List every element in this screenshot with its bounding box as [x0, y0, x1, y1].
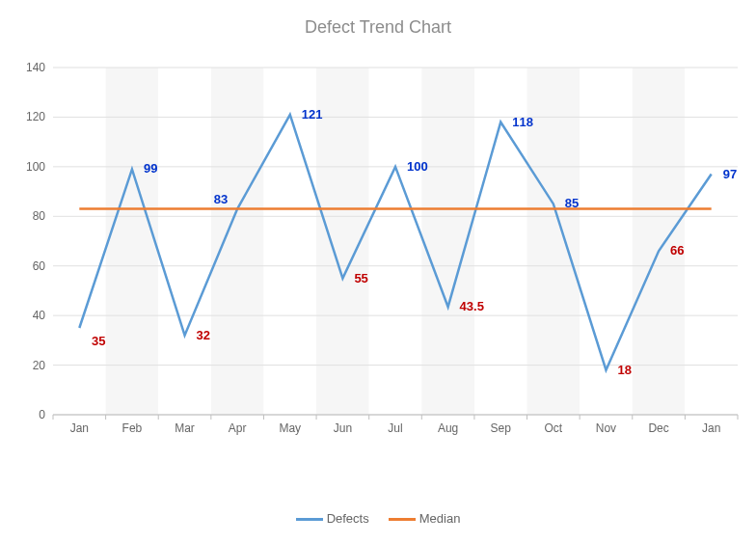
svg-text:40: 40 — [33, 309, 46, 322]
legend-item-defects: Defects — [296, 511, 369, 526]
chart-plot: 020406080100120140JanFebMarAprMayJunJulA… — [53, 58, 738, 444]
svg-text:80: 80 — [33, 209, 46, 223]
svg-text:Dec: Dec — [648, 421, 668, 435]
svg-text:Oct: Oct — [545, 421, 563, 435]
svg-text:43.5: 43.5 — [460, 299, 484, 313]
svg-text:Aug: Aug — [438, 421, 458, 435]
svg-rect-12 — [685, 68, 738, 415]
legend: Defects Median — [0, 511, 756, 526]
svg-text:Jan: Jan — [70, 421, 89, 435]
svg-text:99: 99 — [144, 161, 157, 176]
svg-rect-11 — [633, 68, 686, 415]
svg-rect-0 — [53, 68, 106, 415]
legend-swatch — [296, 518, 323, 521]
svg-text:60: 60 — [33, 259, 46, 273]
svg-rect-9 — [527, 68, 580, 415]
svg-text:0: 0 — [39, 408, 45, 421]
legend-item-median: Median — [389, 511, 461, 526]
svg-text:Feb: Feb — [122, 421, 143, 435]
svg-text:May: May — [279, 421, 301, 435]
svg-rect-2 — [158, 68, 211, 415]
svg-text:Jul: Jul — [388, 421, 402, 435]
svg-text:100: 100 — [26, 160, 45, 174]
chart-container: Defect Trend Chart 020406080100120140Jan… — [0, 0, 756, 543]
svg-text:Sep: Sep — [491, 421, 512, 435]
svg-text:20: 20 — [33, 359, 46, 372]
svg-rect-3 — [211, 68, 264, 415]
svg-text:Mar: Mar — [175, 421, 195, 435]
svg-text:Jan: Jan — [702, 421, 720, 435]
svg-text:Jun: Jun — [334, 421, 352, 435]
svg-text:97: 97 — [723, 167, 737, 181]
svg-rect-1 — [106, 68, 159, 415]
svg-text:55: 55 — [354, 271, 367, 285]
legend-swatch — [389, 518, 416, 521]
legend-label: Median — [419, 511, 461, 526]
svg-text:85: 85 — [565, 196, 579, 210]
svg-text:66: 66 — [670, 243, 684, 258]
svg-text:35: 35 — [92, 334, 105, 348]
svg-text:32: 32 — [197, 328, 210, 342]
svg-text:83: 83 — [214, 192, 228, 206]
svg-text:Apr: Apr — [229, 421, 247, 435]
svg-text:18: 18 — [617, 363, 631, 377]
svg-text:140: 140 — [26, 61, 45, 74]
chart-title: Defect Trend Chart — [0, 0, 756, 38]
svg-rect-6 — [369, 68, 422, 415]
svg-text:100: 100 — [407, 159, 428, 174]
legend-label: Defects — [327, 511, 369, 526]
svg-text:118: 118 — [512, 115, 533, 129]
svg-text:121: 121 — [302, 107, 323, 122]
svg-text:Nov: Nov — [596, 421, 616, 435]
svg-text:120: 120 — [26, 110, 45, 123]
